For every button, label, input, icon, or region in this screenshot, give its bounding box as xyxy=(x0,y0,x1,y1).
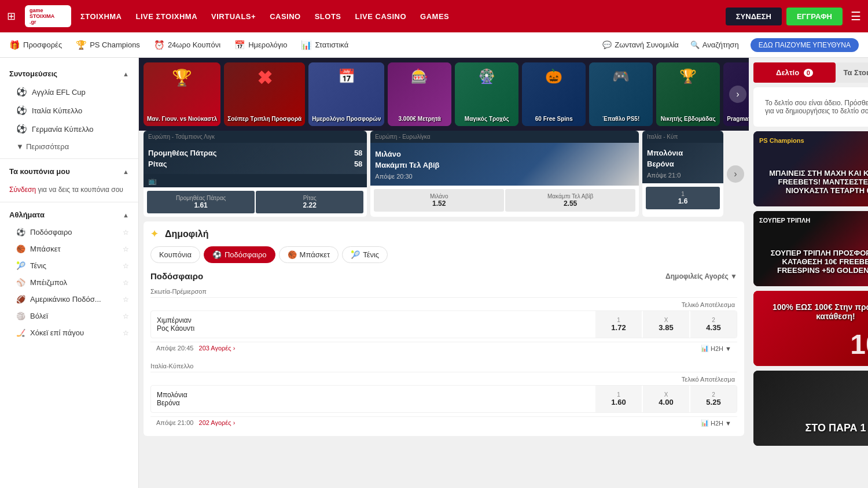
live-match-odds-1: Μιλάνο 1.52 Μακάμπι Τελ Αβίβ 2.55 xyxy=(370,186,639,215)
match-footer-0: Απόψε 20:45 203 Αγορές › 📊 H2H ▼ xyxy=(150,342,737,354)
promo-banner-1[interactable]: ✖ ΣΟΥΠΕΡ ΤΡΙΠΛΗ ΣΟΥΠΕΡ ΤΡΙΠΛΗ ΠΡΟΣΦΟΡΑ Χ… xyxy=(753,211,868,286)
promo-card-label-4: Μαγικός Τροχός xyxy=(465,115,509,123)
h2h-link-0[interactable]: 📊 H2H ▼ xyxy=(701,345,731,352)
nav-live[interactable]: LIVE ΣΤΟΙΧΗΜΑ xyxy=(136,12,198,21)
hamburger-icon[interactable]: ☰ xyxy=(851,9,861,23)
live-match-team2-0: Ρίτας 58 xyxy=(148,158,362,169)
live-matches-next-button[interactable]: › xyxy=(727,165,744,183)
shortcuts-header[interactable]: Συντομεύσεις ▲ xyxy=(0,65,138,83)
star-icon-football: ☆ xyxy=(123,228,129,236)
match-markets-link-0[interactable]: 203 Αγορές › xyxy=(199,345,236,352)
promo-card-1[interactable]: ✖ Σούπερ Τριπλη Προσφορά xyxy=(224,62,305,126)
promo-card-5[interactable]: 🎃 60 Free Spins xyxy=(522,62,586,126)
main-nav-links: ΣΤΟΙΧΗΜΑ LIVE ΣΤΟΙΧΗΜΑ VIRTUALS+ CASINO … xyxy=(80,12,716,21)
h2h-link-1[interactable]: 📊 H2H ▼ xyxy=(701,419,731,427)
match-row-0: Χιμπέρνιαν Ρος Κάουντι 1 1.72 Χ 3.85 xyxy=(150,310,737,338)
coupons-header[interactable]: Τα κουπόνια μου ▲ xyxy=(0,162,138,180)
match-odd-0-1[interactable]: Χ 3.85 xyxy=(643,311,689,338)
popular-tab-basketball[interactable]: 🏀 Μπάσκετ xyxy=(279,246,339,263)
live-match-league-0: Ευρώπη - Τσάμπιονς Λιγκ xyxy=(144,131,367,143)
register-button[interactable]: ΕΓΓΡΑΦΗ xyxy=(786,8,843,25)
match-markets-link-1[interactable]: 202 Αγορές › xyxy=(199,419,236,426)
promo-card-0[interactable]: 🏆 Μαν. Γιουν. vs Νιούκαστλ xyxy=(144,62,220,126)
sidebar-sport-american-football[interactable]: 🏈 Αμερικάνικο Ποδόσ... ☆ xyxy=(0,291,138,308)
live-matches-nav: › xyxy=(727,131,744,217)
promo-card-2[interactable]: 📅 Ημερολόγιο Προσφορών xyxy=(308,62,384,126)
nav-live-casino[interactable]: LIVE CASINO xyxy=(355,12,407,21)
live-chat-button[interactable]: 💬 Ζωντανή Συνομιλία xyxy=(602,40,679,49)
match-odd-0-0[interactable]: 1 1.72 xyxy=(595,311,642,338)
promo-card-4[interactable]: 🎡 Μαγικός Τροχός xyxy=(455,62,518,126)
coupons-section: Σύνδεση για να δεις τα κουπόνια σου xyxy=(0,180,138,198)
sidebar-item-italy-cup[interactable]: ⚽ Ιταλία Κύπελλο xyxy=(0,101,138,120)
hockey-icon: 🏒 xyxy=(16,328,25,337)
nav-calendar[interactable]: 📅 Ημερολόγιο xyxy=(234,40,287,50)
calendar-icon: 📅 xyxy=(234,40,245,50)
site-logo[interactable]: gameSTOIXIMA.gr xyxy=(25,5,71,27)
match-odd-1-2[interactable]: 2 5.25 xyxy=(690,386,737,412)
sidebar-sport-tennis[interactable]: 🎾 Τένις ☆ xyxy=(0,257,138,274)
popular-match-1: Ιταλία-Κύπελλο Τελικό Αποτέλεσμα Μπολόνι… xyxy=(150,360,737,429)
nav-virtuals[interactable]: VIRTUALS+ xyxy=(211,12,256,21)
sidebar-item-efl[interactable]: ⚽ Αγγλία EFL Cup xyxy=(0,83,138,101)
responsible-gaming-button[interactable]: ΕΔΩ ΠΑΙΖΟΥΜΕ ΥΠΕΥΘΥΝΑ xyxy=(751,38,859,52)
sidebar-sport-baseball[interactable]: ⚾ Μπέιζμπολ ☆ xyxy=(0,274,138,291)
promo-banner-3[interactable]: ΣΤΟ ΠΑΡΑ 1 xyxy=(753,371,868,446)
betslip-tab-mybets[interactable]: Τα Στοιχήματά μου xyxy=(836,62,868,83)
promo-cards-row: 🏆 Μαν. Γιουν. vs Νιούκαστλ ✖ Σούπερ Τριπ… xyxy=(139,58,749,131)
promo-next-button[interactable]: › xyxy=(729,86,746,103)
sidebar-item-germany-cup[interactable]: ⚽ Γερμανία Κύπελλο xyxy=(0,120,138,138)
betslip-tab-active[interactable]: Δελτίο 0 xyxy=(753,62,836,83)
nav-24-coupon[interactable]: ⏰ 24ωρο Κουπόνι xyxy=(154,40,220,50)
promo-card-3[interactable]: 🎰 3.000€ Μετρητά xyxy=(388,62,451,126)
live-odd-1-1[interactable]: Μακάμπι Τελ Αβίβ 2.55 xyxy=(505,189,635,212)
promo-card-label-5: 60 Free Spins xyxy=(535,115,573,123)
sidebar-sport-hockey[interactable]: 🏒 Χόκεϊ επί πάγου ☆ xyxy=(0,324,138,341)
promo-banner-text-3: ΣΤΟ ΠΑΡΑ 1 xyxy=(759,416,868,440)
grid-icon[interactable]: ⊞ xyxy=(7,10,16,23)
promo-card-6[interactable]: 🎮 Έπαθλο PS5! xyxy=(589,62,653,126)
popular-markets-dropdown[interactable]: Δημοφιλείς Αγορές ▼ xyxy=(665,272,737,280)
promo-card-7[interactable]: 🏆 Νικητής Εβδομάδας xyxy=(656,62,720,126)
nav-games[interactable]: GAMES xyxy=(420,12,449,21)
nav-prosfores[interactable]: 🎁 Προσφορές xyxy=(9,40,62,50)
betslip-tabs: Δελτίο 0 Τα Στοιχήματά μου xyxy=(753,62,868,83)
live-odd-2-0[interactable]: 1 1.6 xyxy=(646,187,720,209)
sports-header[interactable]: Αθλήματα ▲ xyxy=(0,206,138,224)
live-odd-1-0[interactable]: Μιλάνο 1.52 xyxy=(374,189,504,212)
sidebar-sport-basketball[interactable]: 🏀 Μπάσκετ ☆ xyxy=(0,241,138,257)
promo-banner-2[interactable]: 100€ 100% ΕΩΣ 100€ Στην πρώτη σου κατάθε… xyxy=(753,291,868,366)
nav-stoixima[interactable]: ΣΤΟΙΧΗΜΑ xyxy=(80,12,122,21)
popular-tab-coupons[interactable]: Κουπόνια xyxy=(150,246,200,263)
sidebar-sport-football[interactable]: ⚽ Ποδόσφαιρο ☆ xyxy=(0,224,138,241)
nav-slots[interactable]: SLOTS xyxy=(315,12,341,21)
soccer-icon-italy: ⚽ xyxy=(16,105,27,116)
sidebar-more-button[interactable]: ▼ Περισσότερα xyxy=(0,138,138,155)
nav-ps-champions[interactable]: 🏆 PS Champions xyxy=(76,40,140,50)
live-match-odds-2: 1 1.6 xyxy=(642,183,723,213)
match-odd-0-2[interactable]: 2 4.35 xyxy=(690,311,737,338)
login-button[interactable]: ΣΥΝΔΕΣΗ xyxy=(726,8,782,25)
popular-tab-football[interactable]: ⚽ Ποδόσφαιρο xyxy=(204,246,275,263)
chat-icon: 💬 xyxy=(602,40,612,49)
search-button[interactable]: 🔍 Αναζήτηση xyxy=(690,40,739,49)
nav-casino[interactable]: CASINO xyxy=(270,12,301,21)
chart-icon: 📊 xyxy=(301,40,312,50)
coupons-collapse-icon: ▲ xyxy=(123,168,129,175)
promo-banner-0[interactable]: ⭐ PS Champions ΜΠΑΙΝΕΙΣ ΣΤΗ ΜΑΧΗ ΚΑΙ ΚΕΡ… xyxy=(753,131,868,206)
chevron-down-icon: ▼ xyxy=(16,142,24,151)
live-odd-0-1[interactable]: Ρίτας 2.22 xyxy=(256,191,363,213)
live-match-team2-2: Βερόνα xyxy=(647,158,719,169)
basketball-icon: 🏀 xyxy=(16,245,25,253)
match-odd-1-0[interactable]: 1 1.60 xyxy=(595,386,642,412)
match-odd-1-1[interactable]: Χ 4.00 xyxy=(643,386,689,412)
sidebar-sport-volleyball[interactable]: 🏐 Βόλεϊ ☆ xyxy=(0,308,138,324)
coupons-login-link[interactable]: Σύνδεση xyxy=(9,186,36,194)
sports-collapse-icon: ▲ xyxy=(123,212,129,219)
popular-sport-title: Ποδόσφαιρο Δημοφιλείς Αγορές ▼ xyxy=(150,271,737,281)
nav-statistics[interactable]: 📊 Στατιστικά xyxy=(301,40,348,50)
basketball-tab-icon: 🏀 xyxy=(288,250,297,259)
popular-tab-tennis[interactable]: 🎾 Τένις xyxy=(342,246,388,263)
trophy-icon: 🏆 xyxy=(76,40,87,50)
live-odd-0-0[interactable]: Προμηθέας Πάτρας 1.61 xyxy=(147,191,255,213)
